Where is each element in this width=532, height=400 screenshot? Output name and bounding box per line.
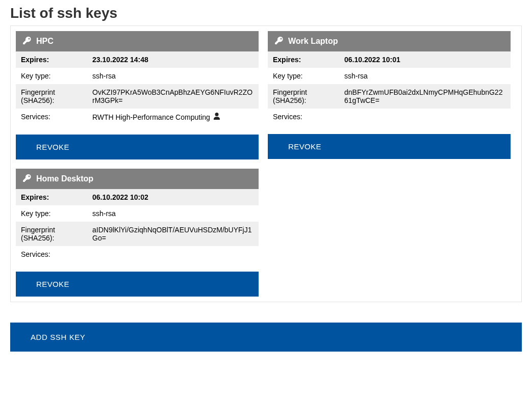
card-row: Fingerprint (SHA256):OvKZI97PKrA5WoB3CnA… — [16, 84, 259, 109]
add-ssh-key-button[interactable]: ADD SSH KEY — [10, 323, 522, 352]
card-title: HPC — [36, 37, 54, 46]
row-value: 06.10.2022 10:02 — [92, 193, 254, 201]
row-value-text: 06.10.2022 10:01 — [344, 56, 400, 64]
card-row: Key type:ssh-rsa — [16, 68, 259, 84]
row-value: dnBFYrZwmUFB0ai2dxLNmyCPMHqGEhubnG2261gT… — [344, 88, 505, 104]
row-value: OvKZI97PKrA5WoB3CnApBhzAEYG6NFIuvR2ZOrM3… — [92, 88, 254, 104]
key-icon — [23, 174, 31, 184]
revoke-button[interactable]: REVOKE — [16, 272, 259, 297]
row-value: 23.10.2022 14:48 — [92, 56, 254, 64]
card-row: Services: — [268, 109, 511, 125]
row-value-text: dnBFYrZwmUFB0ai2dxLNmyCPMHqGEhubnG2261gT… — [344, 88, 505, 104]
page-title: List of ssh keys — [10, 5, 522, 21]
row-label: Key type: — [21, 72, 87, 80]
row-value-text: RWTH High-Performance Computing — [92, 113, 210, 121]
ssh-key-card: Work LaptopExpires:06.10.2022 10:01Key t… — [268, 31, 511, 159]
card-row: Expires:23.10.2022 14:48 — [16, 51, 259, 68]
card-row: Services:RWTH High-Performance Computing — [16, 109, 259, 125]
card-body: Expires:06.10.2022 10:02Key type:ssh-rsa… — [16, 189, 259, 262]
ssh-key-card: Home DesktopExpires:06.10.2022 10:02Key … — [16, 169, 259, 297]
row-value: ssh-rsa — [344, 72, 505, 80]
card-row: Fingerprint (SHA256):dnBFYrZwmUFB0ai2dxL… — [268, 84, 511, 109]
key-icon — [275, 36, 283, 46]
row-label: Services: — [21, 113, 87, 121]
row-value: RWTH High-Performance Computing — [92, 113, 254, 121]
card-row: Services: — [16, 246, 259, 262]
card-header: Home Desktop — [16, 169, 259, 189]
card-row: Expires:06.10.2022 10:01 — [268, 51, 511, 68]
ssh-key-card: HPCExpires:23.10.2022 14:48Key type:ssh-… — [16, 31, 259, 159]
ssh-keys-container: HPCExpires:23.10.2022 14:48Key type:ssh-… — [10, 25, 522, 302]
row-label: Services: — [21, 250, 87, 258]
card-row: Fingerprint (SHA256):aIDN9lKlYi/GziqhNqO… — [16, 222, 259, 246]
revoke-button[interactable]: REVOKE — [16, 135, 259, 159]
row-label: Services: — [273, 113, 339, 121]
row-value-text: OvKZI97PKrA5WoB3CnApBhzAEYG6NFIuvR2ZOrM3… — [92, 88, 254, 104]
card-header: HPC — [16, 31, 259, 51]
row-label: Fingerprint (SHA256): — [21, 88, 87, 104]
revoke-button[interactable]: REVOKE — [268, 134, 511, 159]
row-value-text: ssh-rsa — [344, 72, 368, 80]
card-header: Work Laptop — [268, 31, 511, 51]
card-body: Expires:06.10.2022 10:01Key type:ssh-rsa… — [268, 51, 511, 125]
card-body: Expires:23.10.2022 14:48Key type:ssh-rsa… — [16, 51, 259, 125]
row-value-text: ssh-rsa — [92, 72, 116, 80]
row-label: Fingerprint (SHA256): — [273, 88, 339, 104]
row-label: Fingerprint (SHA256): — [21, 226, 87, 242]
card-row: Key type:ssh-rsa — [268, 68, 511, 84]
card-row: Expires:06.10.2022 10:02 — [16, 189, 259, 205]
row-label: Expires: — [273, 56, 339, 64]
row-label: Expires: — [21, 56, 87, 64]
row-label: Expires: — [21, 193, 87, 201]
card-row: Key type:ssh-rsa — [16, 205, 259, 222]
row-value-text: 23.10.2022 14:48 — [92, 56, 148, 64]
ssh-keys-grid: HPCExpires:23.10.2022 14:48Key type:ssh-… — [16, 31, 516, 297]
row-value-text: 06.10.2022 10:02 — [92, 193, 148, 201]
row-label: Key type: — [273, 72, 339, 80]
row-label: Key type: — [21, 209, 87, 218]
row-value: aIDN9lKlYi/GziqhNqOBlT/AEUVuHSDzM/bUYFjJ… — [92, 226, 254, 242]
row-value: ssh-rsa — [92, 209, 254, 218]
card-title: Home Desktop — [36, 174, 93, 183]
row-value-text: aIDN9lKlYi/GziqhNqOBlT/AEUVuHSDzM/bUYFjJ… — [92, 226, 254, 242]
row-value: ssh-rsa — [92, 72, 254, 80]
key-icon — [23, 36, 31, 46]
user-icon — [213, 113, 220, 121]
card-title: Work Laptop — [288, 37, 338, 46]
row-value-text: ssh-rsa — [92, 209, 116, 218]
row-value: 06.10.2022 10:01 — [344, 56, 505, 64]
